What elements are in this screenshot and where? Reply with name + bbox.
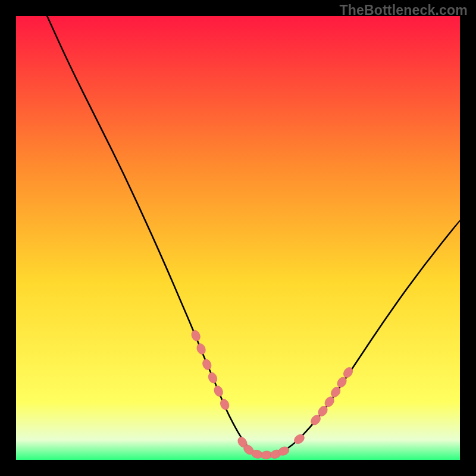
bottleneck-curve-chart bbox=[16, 16, 460, 460]
chart-container: TheBottleneck.com bbox=[0, 0, 476, 476]
plot-area bbox=[16, 16, 460, 460]
gradient-background bbox=[16, 16, 460, 460]
